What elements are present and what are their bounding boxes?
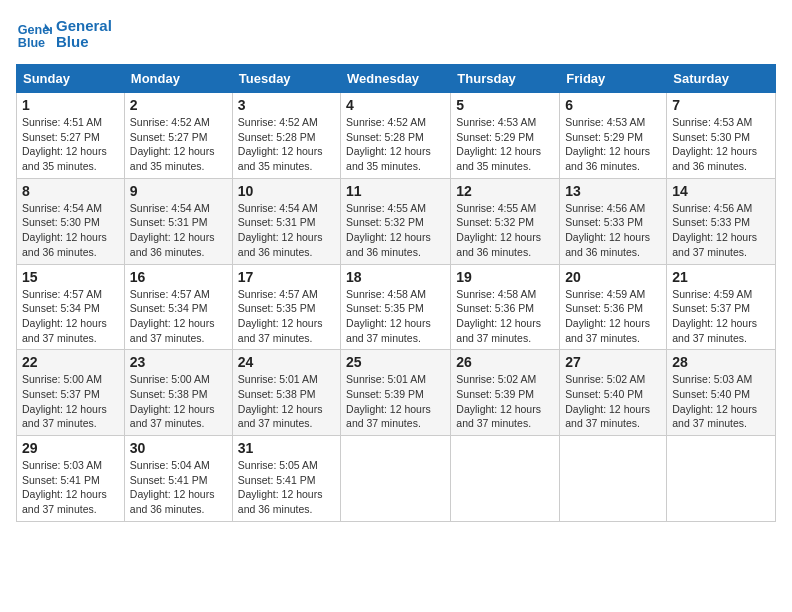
day-info: Sunrise: 4:57 AMSunset: 5:34 PMDaylight:…	[130, 288, 215, 344]
day-info: Sunrise: 4:56 AMSunset: 5:33 PMDaylight:…	[565, 202, 650, 258]
day-info: Sunrise: 4:53 AMSunset: 5:29 PMDaylight:…	[565, 116, 650, 172]
calendar-cell: 23 Sunrise: 5:00 AMSunset: 5:38 PMDaylig…	[124, 350, 232, 436]
calendar-cell: 11 Sunrise: 4:55 AMSunset: 5:32 PMDaylig…	[341, 178, 451, 264]
calendar-cell: 19 Sunrise: 4:58 AMSunset: 5:36 PMDaylig…	[451, 264, 560, 350]
day-number: 17	[238, 269, 335, 285]
calendar-cell: 7 Sunrise: 4:53 AMSunset: 5:30 PMDayligh…	[667, 93, 776, 179]
day-info: Sunrise: 5:01 AMSunset: 5:39 PMDaylight:…	[346, 373, 431, 429]
calendar-cell: 31 Sunrise: 5:05 AMSunset: 5:41 PMDaylig…	[232, 436, 340, 522]
day-info: Sunrise: 4:54 AMSunset: 5:31 PMDaylight:…	[130, 202, 215, 258]
day-info: Sunrise: 4:52 AMSunset: 5:28 PMDaylight:…	[238, 116, 323, 172]
day-info: Sunrise: 4:53 AMSunset: 5:29 PMDaylight:…	[456, 116, 541, 172]
calendar-table: SundayMondayTuesdayWednesdayThursdayFrid…	[16, 64, 776, 522]
day-number: 21	[672, 269, 770, 285]
day-info: Sunrise: 5:03 AMSunset: 5:40 PMDaylight:…	[672, 373, 757, 429]
calendar-cell: 1 Sunrise: 4:51 AMSunset: 5:27 PMDayligh…	[17, 93, 125, 179]
calendar-week-3: 15 Sunrise: 4:57 AMSunset: 5:34 PMDaylig…	[17, 264, 776, 350]
day-info: Sunrise: 4:52 AMSunset: 5:28 PMDaylight:…	[346, 116, 431, 172]
calendar-cell	[341, 436, 451, 522]
day-info: Sunrise: 5:01 AMSunset: 5:38 PMDaylight:…	[238, 373, 323, 429]
calendar-cell: 15 Sunrise: 4:57 AMSunset: 5:34 PMDaylig…	[17, 264, 125, 350]
calendar-cell: 3 Sunrise: 4:52 AMSunset: 5:28 PMDayligh…	[232, 93, 340, 179]
day-number: 28	[672, 354, 770, 370]
day-info: Sunrise: 4:59 AMSunset: 5:37 PMDaylight:…	[672, 288, 757, 344]
calendar-week-1: 1 Sunrise: 4:51 AMSunset: 5:27 PMDayligh…	[17, 93, 776, 179]
day-number: 6	[565, 97, 661, 113]
weekday-header-monday: Monday	[124, 65, 232, 93]
day-info: Sunrise: 5:02 AMSunset: 5:39 PMDaylight:…	[456, 373, 541, 429]
calendar-cell: 9 Sunrise: 4:54 AMSunset: 5:31 PMDayligh…	[124, 178, 232, 264]
day-number: 23	[130, 354, 227, 370]
calendar-cell: 20 Sunrise: 4:59 AMSunset: 5:36 PMDaylig…	[560, 264, 667, 350]
day-number: 9	[130, 183, 227, 199]
day-number: 4	[346, 97, 445, 113]
calendar-cell: 25 Sunrise: 5:01 AMSunset: 5:39 PMDaylig…	[341, 350, 451, 436]
day-info: Sunrise: 5:03 AMSunset: 5:41 PMDaylight:…	[22, 459, 107, 515]
day-number: 25	[346, 354, 445, 370]
calendar-cell: 14 Sunrise: 4:56 AMSunset: 5:33 PMDaylig…	[667, 178, 776, 264]
calendar-week-4: 22 Sunrise: 5:00 AMSunset: 5:37 PMDaylig…	[17, 350, 776, 436]
calendar-cell: 21 Sunrise: 4:59 AMSunset: 5:37 PMDaylig…	[667, 264, 776, 350]
weekday-header-wednesday: Wednesday	[341, 65, 451, 93]
day-info: Sunrise: 4:59 AMSunset: 5:36 PMDaylight:…	[565, 288, 650, 344]
day-info: Sunrise: 5:05 AMSunset: 5:41 PMDaylight:…	[238, 459, 323, 515]
day-number: 7	[672, 97, 770, 113]
day-number: 20	[565, 269, 661, 285]
day-number: 11	[346, 183, 445, 199]
calendar-cell: 30 Sunrise: 5:04 AMSunset: 5:41 PMDaylig…	[124, 436, 232, 522]
day-number: 13	[565, 183, 661, 199]
calendar-cell: 29 Sunrise: 5:03 AMSunset: 5:41 PMDaylig…	[17, 436, 125, 522]
calendar-cell: 12 Sunrise: 4:55 AMSunset: 5:32 PMDaylig…	[451, 178, 560, 264]
day-info: Sunrise: 5:00 AMSunset: 5:38 PMDaylight:…	[130, 373, 215, 429]
day-info: Sunrise: 5:04 AMSunset: 5:41 PMDaylight:…	[130, 459, 215, 515]
weekday-header-friday: Friday	[560, 65, 667, 93]
day-number: 14	[672, 183, 770, 199]
calendar-cell: 26 Sunrise: 5:02 AMSunset: 5:39 PMDaylig…	[451, 350, 560, 436]
day-number: 2	[130, 97, 227, 113]
calendar-cell	[667, 436, 776, 522]
day-number: 8	[22, 183, 119, 199]
day-info: Sunrise: 4:56 AMSunset: 5:33 PMDaylight:…	[672, 202, 757, 258]
day-number: 16	[130, 269, 227, 285]
weekday-header-sunday: Sunday	[17, 65, 125, 93]
day-number: 24	[238, 354, 335, 370]
calendar-cell: 6 Sunrise: 4:53 AMSunset: 5:29 PMDayligh…	[560, 93, 667, 179]
day-number: 29	[22, 440, 119, 456]
day-info: Sunrise: 4:52 AMSunset: 5:27 PMDaylight:…	[130, 116, 215, 172]
day-info: Sunrise: 4:57 AMSunset: 5:34 PMDaylight:…	[22, 288, 107, 344]
logo: General Blue General Blue	[16, 16, 112, 52]
day-number: 30	[130, 440, 227, 456]
day-info: Sunrise: 5:02 AMSunset: 5:40 PMDaylight:…	[565, 373, 650, 429]
day-info: Sunrise: 4:58 AMSunset: 5:36 PMDaylight:…	[456, 288, 541, 344]
calendar-cell: 16 Sunrise: 4:57 AMSunset: 5:34 PMDaylig…	[124, 264, 232, 350]
day-info: Sunrise: 4:54 AMSunset: 5:31 PMDaylight:…	[238, 202, 323, 258]
logo-general: General	[56, 18, 112, 35]
calendar-cell: 2 Sunrise: 4:52 AMSunset: 5:27 PMDayligh…	[124, 93, 232, 179]
day-info: Sunrise: 4:55 AMSunset: 5:32 PMDaylight:…	[346, 202, 431, 258]
day-number: 22	[22, 354, 119, 370]
day-number: 31	[238, 440, 335, 456]
calendar-cell: 22 Sunrise: 5:00 AMSunset: 5:37 PMDaylig…	[17, 350, 125, 436]
day-number: 26	[456, 354, 554, 370]
day-info: Sunrise: 5:00 AMSunset: 5:37 PMDaylight:…	[22, 373, 107, 429]
day-number: 1	[22, 97, 119, 113]
day-number: 19	[456, 269, 554, 285]
svg-text:Blue: Blue	[18, 36, 45, 50]
day-number: 18	[346, 269, 445, 285]
calendar-cell: 10 Sunrise: 4:54 AMSunset: 5:31 PMDaylig…	[232, 178, 340, 264]
weekday-header-thursday: Thursday	[451, 65, 560, 93]
day-number: 12	[456, 183, 554, 199]
calendar-week-5: 29 Sunrise: 5:03 AMSunset: 5:41 PMDaylig…	[17, 436, 776, 522]
weekday-header-saturday: Saturday	[667, 65, 776, 93]
calendar-week-2: 8 Sunrise: 4:54 AMSunset: 5:30 PMDayligh…	[17, 178, 776, 264]
calendar-cell: 17 Sunrise: 4:57 AMSunset: 5:35 PMDaylig…	[232, 264, 340, 350]
day-info: Sunrise: 4:51 AMSunset: 5:27 PMDaylight:…	[22, 116, 107, 172]
calendar-cell: 28 Sunrise: 5:03 AMSunset: 5:40 PMDaylig…	[667, 350, 776, 436]
day-number: 15	[22, 269, 119, 285]
day-info: Sunrise: 4:55 AMSunset: 5:32 PMDaylight:…	[456, 202, 541, 258]
logo-blue: Blue	[56, 34, 112, 51]
day-number: 10	[238, 183, 335, 199]
calendar-cell: 5 Sunrise: 4:53 AMSunset: 5:29 PMDayligh…	[451, 93, 560, 179]
calendar-cell	[560, 436, 667, 522]
weekday-header-tuesday: Tuesday	[232, 65, 340, 93]
